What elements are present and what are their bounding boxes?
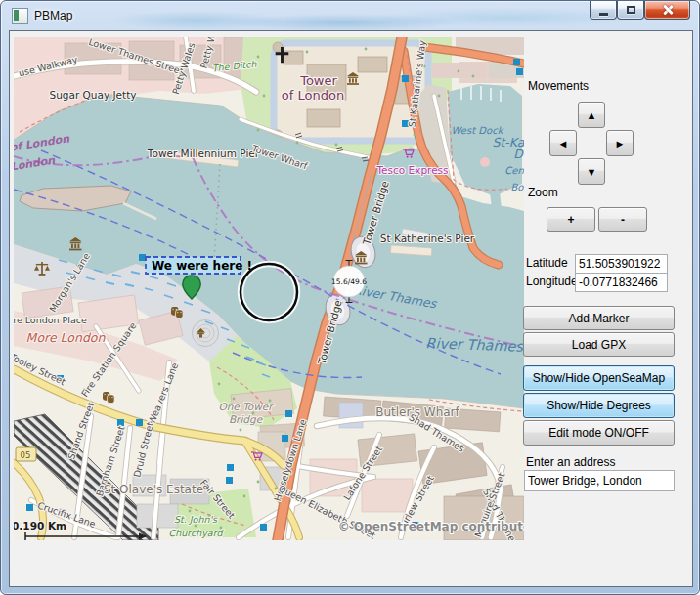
map-label: Bo xyxy=(511,182,524,192)
toggle-degrees-button[interactable]: Show/Hide Degrees xyxy=(523,393,675,418)
edit-mode-button[interactable]: Edit mode ON/OFF xyxy=(523,420,675,446)
address-label: Enter an address xyxy=(526,455,615,469)
move-left-button[interactable]: ◄ xyxy=(549,130,577,156)
toggle-openseamap-button[interactable]: Show/Hide OpenSeaMap xyxy=(523,365,675,391)
longitude-label: Longitude xyxy=(526,275,578,288)
seamark-square xyxy=(227,464,234,471)
latitude-label: Latitude xyxy=(526,256,568,270)
minimize-icon xyxy=(599,13,608,16)
map-label: More London xyxy=(26,330,107,345)
map-view[interactable]: use WalkwaySugar Quay JettyLower Thames … xyxy=(14,37,524,540)
seamark-square xyxy=(402,75,409,82)
seamark-square xyxy=(117,419,124,426)
seamark-square xyxy=(226,477,233,484)
map-label: Churchyard xyxy=(169,528,224,538)
add-marker-button[interactable]: Add Marker xyxy=(523,306,675,330)
seamark-square xyxy=(136,419,143,426)
move-up-button[interactable]: ▲ xyxy=(578,102,605,128)
clearance-text: 15.6/49.6 xyxy=(331,277,367,286)
seamark-square xyxy=(260,524,267,531)
seamark-square xyxy=(139,254,146,261)
marker-label[interactable]: We were here ! xyxy=(146,257,252,274)
map-label: Cen xyxy=(504,165,524,176)
address-input[interactable] xyxy=(524,470,675,491)
map-label: 05 xyxy=(21,450,31,460)
seamark-square xyxy=(513,59,520,65)
latitude-input[interactable] xyxy=(575,254,668,274)
title-bar[interactable]: PBMap xyxy=(1,1,699,30)
map-label: More London Place xyxy=(14,315,87,325)
longitude-input[interactable] xyxy=(575,273,668,292)
map-label: St Katherine's Pier xyxy=(380,233,475,244)
map-label: St Olave's Estate xyxy=(104,483,203,496)
map-label: D xyxy=(513,147,524,161)
load-gpx-button[interactable]: Load GPX xyxy=(523,332,675,357)
move-right-button[interactable]: ► xyxy=(606,130,634,156)
marker-label-text: We were here ! xyxy=(152,259,252,273)
app-icon xyxy=(12,8,28,24)
map-label: Sugar Quay Jetty xyxy=(50,89,137,101)
seamark-square xyxy=(26,504,33,511)
maximize-icon xyxy=(627,6,635,14)
map-label: Bridge xyxy=(229,413,264,426)
window-title: PBMap xyxy=(34,9,72,22)
map-label: Tower Millennium Pier xyxy=(147,148,260,159)
client-area: use WalkwaySugar Quay JettyLower Thames … xyxy=(9,30,693,587)
zoom-label: Zoom xyxy=(528,186,558,199)
close-button[interactable] xyxy=(644,1,690,20)
map-canvas: use WalkwaySugar Quay JettyLower Thames … xyxy=(14,37,524,540)
move-down-button[interactable]: ▼ xyxy=(578,158,605,185)
seamark-square xyxy=(285,410,292,417)
seamark-square xyxy=(282,435,288,442)
scale-text: 0.190 Km xyxy=(14,520,66,531)
app-window: PBMap xyxy=(0,0,700,595)
minimize-button[interactable] xyxy=(590,1,617,20)
attribution-text: © OpenStreetMap contributors xyxy=(338,520,524,533)
zoom-out-button[interactable]: - xyxy=(598,207,647,232)
seamark-square xyxy=(516,68,523,75)
the-scoop xyxy=(193,320,219,347)
movements-label: Movements xyxy=(528,79,589,93)
map-label: St. John's xyxy=(174,514,218,525)
close-icon xyxy=(662,4,674,16)
zoom-in-button[interactable]: + xyxy=(547,207,595,232)
maximize-button[interactable] xyxy=(617,1,644,20)
map-label: Tower xyxy=(299,73,337,88)
map-label: Tesco Express xyxy=(375,164,448,176)
map-label: of London xyxy=(282,88,344,103)
map-label: One Tower xyxy=(218,401,274,412)
